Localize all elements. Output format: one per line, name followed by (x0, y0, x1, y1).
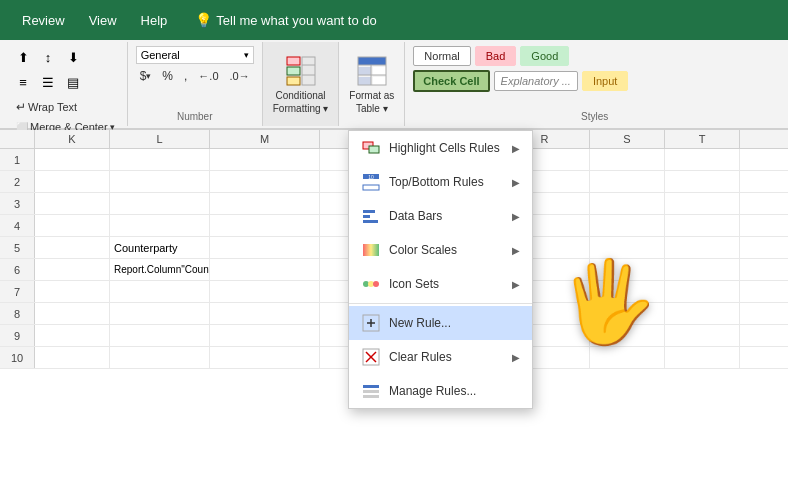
list-item[interactable] (210, 259, 320, 280)
ribbon-search-text[interactable]: Tell me what you want to do (216, 13, 376, 28)
list-item[interactable] (665, 325, 740, 346)
align-bottom-icon[interactable]: ⬇ (62, 46, 84, 68)
style-good[interactable]: Good (520, 46, 569, 66)
style-normal[interactable]: Normal (413, 46, 470, 66)
wrap-text-row: ↵ Wrap Text (12, 98, 119, 116)
col-header-k[interactable]: K (35, 130, 110, 148)
style-input[interactable]: Input (582, 71, 628, 91)
align-middle-icon[interactable]: ↕ (37, 46, 59, 68)
list-item[interactable] (35, 237, 110, 258)
ribbon-tab-help[interactable]: Help (129, 0, 180, 40)
ribbon-tab-review[interactable]: Review (10, 0, 77, 40)
list-item[interactable] (35, 171, 110, 192)
list-item[interactable] (110, 193, 210, 214)
conditional-formatting-button[interactable]: Conditional Formatting ▾ (263, 42, 340, 126)
svg-rect-6 (358, 57, 386, 65)
list-item[interactable] (110, 303, 210, 324)
newrule-icon (361, 313, 381, 333)
list-item[interactable] (665, 259, 740, 280)
list-item[interactable] (210, 215, 320, 236)
list-item[interactable] (110, 281, 210, 302)
col-header-m[interactable]: M (210, 130, 320, 148)
list-item[interactable] (665, 215, 740, 236)
col-header-t[interactable]: T (665, 130, 740, 148)
list-item[interactable] (590, 259, 665, 280)
dropdown-item-databars[interactable]: Data Bars ▶ (349, 199, 532, 233)
align-right-icon[interactable]: ▤ (62, 71, 84, 93)
list-item[interactable] (590, 281, 665, 302)
increase-decimal-button[interactable]: .0→ (226, 69, 254, 83)
list-item[interactable] (210, 193, 320, 214)
list-item[interactable] (110, 347, 210, 368)
list-item[interactable] (210, 325, 320, 346)
wrap-text-button[interactable]: ↵ Wrap Text (12, 98, 81, 116)
list-item[interactable] (210, 303, 320, 324)
number-format-dropdown[interactable]: General ▾ (136, 46, 254, 64)
list-item[interactable] (665, 281, 740, 302)
dropdown-item-managerules[interactable]: Manage Rules... (349, 374, 532, 408)
list-item[interactable]: Report.Column"Counterparty" (110, 259, 210, 280)
cf-icon (283, 53, 319, 89)
list-item[interactable] (665, 347, 740, 368)
list-item[interactable] (35, 347, 110, 368)
list-item[interactable] (35, 325, 110, 346)
number-dropdown-arrow-icon: ▾ (244, 50, 249, 60)
style-explanatory[interactable]: Explanatory ... (494, 71, 578, 91)
list-item[interactable] (590, 193, 665, 214)
list-item[interactable] (590, 347, 665, 368)
style-bad[interactable]: Bad (475, 46, 517, 66)
align-left-icon[interactable]: ≡ (12, 71, 34, 93)
style-check-cell[interactable]: Check Cell (413, 70, 489, 92)
align-center-icon[interactable]: ☰ (37, 71, 59, 93)
list-item[interactable] (210, 237, 320, 258)
dropdown-item-topbottom[interactable]: 10 Top/Bottom Rules ▶ (349, 165, 532, 199)
lightbulb-icon: 💡 (195, 12, 212, 28)
list-item[interactable] (35, 303, 110, 324)
list-item[interactable] (35, 281, 110, 302)
dropdown-item-clearrules[interactable]: Clear Rules ▶ (349, 340, 532, 374)
list-item[interactable] (665, 193, 740, 214)
list-item[interactable] (665, 237, 740, 258)
list-item[interactable] (590, 149, 665, 170)
svg-rect-16 (369, 146, 379, 153)
list-item[interactable] (665, 149, 740, 170)
currency-button[interactable]: $▾ (136, 68, 156, 84)
list-item[interactable] (110, 215, 210, 236)
list-item[interactable] (590, 237, 665, 258)
list-item[interactable] (210, 281, 320, 302)
decrease-decimal-button[interactable]: ←.0 (194, 69, 222, 83)
list-item[interactable] (35, 149, 110, 170)
list-item[interactable] (590, 215, 665, 236)
ribbon-tab-view[interactable]: View (77, 0, 129, 40)
list-item[interactable] (210, 347, 320, 368)
topbottom-label: Top/Bottom Rules (389, 175, 504, 189)
list-item[interactable] (665, 303, 740, 324)
list-item[interactable]: Counterparty (110, 237, 210, 258)
list-item[interactable] (110, 325, 210, 346)
svg-rect-34 (363, 390, 379, 393)
colorscales-label: Color Scales (389, 243, 504, 257)
dropdown-item-highlight[interactable]: Highlight Cells Rules ▶ (349, 131, 532, 165)
dropdown-item-colorscales[interactable]: Color Scales ▶ (349, 233, 532, 267)
list-item[interactable] (210, 171, 320, 192)
clearrules-icon (361, 347, 381, 367)
col-header-l[interactable]: L (110, 130, 210, 148)
list-item[interactable] (210, 149, 320, 170)
list-item[interactable] (35, 259, 110, 280)
format-as-table-button[interactable]: Format as Table ▾ (339, 42, 405, 126)
list-item[interactable] (35, 193, 110, 214)
dropdown-item-iconsets[interactable]: Icon Sets ▶ (349, 267, 532, 301)
list-item[interactable] (590, 303, 665, 324)
list-item[interactable] (110, 149, 210, 170)
list-item[interactable] (590, 171, 665, 192)
align-top-icon[interactable]: ⬆ (12, 46, 34, 68)
dropdown-item-newrule[interactable]: New Rule... (349, 306, 532, 340)
list-item[interactable] (665, 171, 740, 192)
list-item[interactable] (590, 325, 665, 346)
list-item[interactable] (110, 171, 210, 192)
svg-rect-7 (358, 67, 371, 75)
comma-button[interactable]: , (180, 68, 191, 84)
list-item[interactable] (35, 215, 110, 236)
percent-button[interactable]: % (158, 68, 177, 84)
col-header-s[interactable]: S (590, 130, 665, 148)
